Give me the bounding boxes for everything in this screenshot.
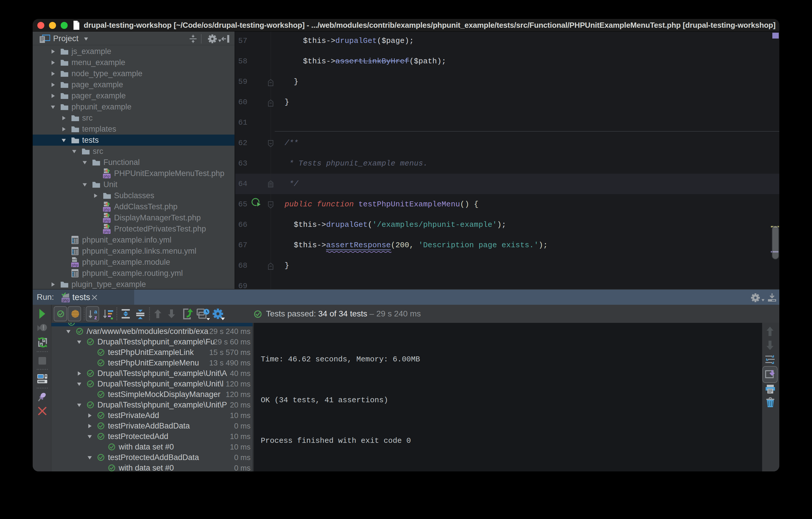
svg-text:php: php [104,174,110,179]
svg-text:php: php [104,230,110,234]
svg-text:a: a [94,308,97,315]
svg-text:z: z [94,315,97,320]
svg-text:php: php [104,219,110,223]
svg-text:php: php [104,208,110,212]
svg-text:php: php [63,298,69,302]
svg-text:php: php [72,263,78,267]
